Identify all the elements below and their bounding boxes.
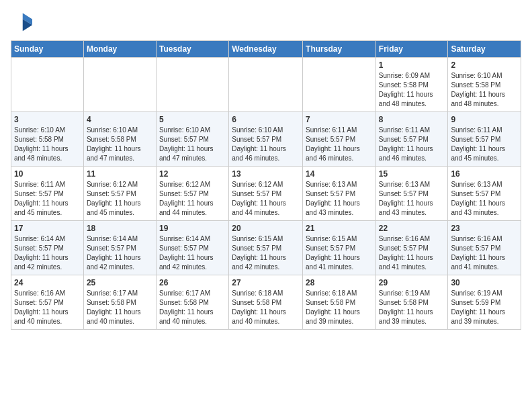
calendar-cell: 2Sunrise: 6:10 AM Sunset: 5:58 PM Daylig… [448,58,521,112]
day-info: Sunrise: 6:18 AM Sunset: 5:58 PM Dayligh… [232,289,300,326]
day-number: 22 [379,224,445,233]
calendar-header-cell: Tuesday [156,41,228,58]
calendar-cell: 27Sunrise: 6:18 AM Sunset: 5:58 PM Dayli… [229,275,303,330]
calendar-header-cell: Saturday [448,41,521,58]
day-number: 18 [87,224,153,233]
calendar-cell: 3Sunrise: 6:10 AM Sunset: 5:58 PM Daylig… [11,112,84,167]
calendar-cell: 10Sunrise: 6:11 AM Sunset: 5:57 PM Dayli… [11,167,84,221]
calendar-cell: 26Sunrise: 6:17 AM Sunset: 5:58 PM Dayli… [156,275,228,330]
logo [11,11,35,32]
day-number: 17 [14,224,81,233]
day-info: Sunrise: 6:10 AM Sunset: 5:58 PM Dayligh… [451,71,518,109]
calendar-cell: 12Sunrise: 6:12 AM Sunset: 5:57 PM Dayli… [156,167,228,221]
calendar-cell: 11Sunrise: 6:12 AM Sunset: 5:57 PM Dayli… [83,167,156,221]
calendar-cell: 22Sunrise: 6:16 AM Sunset: 5:57 PM Dayli… [375,221,448,275]
logo-icon [11,11,32,32]
calendar-cell: 5Sunrise: 6:10 AM Sunset: 5:57 PM Daylig… [156,112,228,167]
calendar-cell: 4Sunrise: 6:10 AM Sunset: 5:58 PM Daylig… [83,112,156,167]
calendar-cell: 24Sunrise: 6:16 AM Sunset: 5:57 PM Dayli… [11,275,84,330]
day-info: Sunrise: 6:10 AM Sunset: 5:57 PM Dayligh… [159,126,226,163]
calendar-header-cell: Thursday [303,41,376,58]
calendar-cell: 29Sunrise: 6:19 AM Sunset: 5:58 PM Dayli… [375,275,448,330]
calendar-cell: 8Sunrise: 6:11 AM Sunset: 5:57 PM Daylig… [375,112,448,167]
day-number: 5 [159,115,226,124]
day-info: Sunrise: 6:11 AM Sunset: 5:57 PM Dayligh… [451,126,518,163]
day-number: 13 [232,169,300,179]
day-number: 20 [232,224,300,233]
day-info: Sunrise: 6:09 AM Sunset: 5:58 PM Dayligh… [379,71,445,109]
day-info: Sunrise: 6:18 AM Sunset: 5:58 PM Dayligh… [306,289,373,326]
calendar-cell: 7Sunrise: 6:11 AM Sunset: 5:57 PM Daylig… [303,112,376,167]
calendar-cell: 15Sunrise: 6:13 AM Sunset: 5:57 PM Dayli… [375,167,448,221]
day-info: Sunrise: 6:10 AM Sunset: 5:58 PM Dayligh… [14,126,81,163]
calendar-cell [83,58,156,112]
calendar-body: 1Sunrise: 6:09 AM Sunset: 5:58 PM Daylig… [11,58,521,330]
day-number: 8 [379,115,445,124]
day-number: 28 [306,278,373,287]
day-number: 12 [159,169,226,179]
day-info: Sunrise: 6:11 AM Sunset: 5:57 PM Dayligh… [379,126,445,163]
day-info: Sunrise: 6:13 AM Sunset: 5:57 PM Dayligh… [306,180,373,218]
day-number: 4 [87,115,153,124]
calendar-cell: 1Sunrise: 6:09 AM Sunset: 5:58 PM Daylig… [375,58,448,112]
day-info: Sunrise: 6:14 AM Sunset: 5:57 PM Dayligh… [159,234,226,272]
day-number: 23 [451,224,518,233]
day-number: 24 [14,278,81,287]
calendar-cell: 28Sunrise: 6:18 AM Sunset: 5:58 PM Dayli… [303,275,376,330]
calendar-cell: 14Sunrise: 6:13 AM Sunset: 5:57 PM Dayli… [303,167,376,221]
calendar-cell [11,58,84,112]
calendar: SundayMondayTuesdayWednesdayThursdayFrid… [11,40,521,330]
day-info: Sunrise: 6:16 AM Sunset: 5:57 PM Dayligh… [14,289,81,326]
calendar-row: 24Sunrise: 6:16 AM Sunset: 5:57 PM Dayli… [11,275,521,330]
calendar-cell: 19Sunrise: 6:14 AM Sunset: 5:57 PM Dayli… [156,221,228,275]
calendar-cell: 20Sunrise: 6:15 AM Sunset: 5:57 PM Dayli… [229,221,303,275]
day-info: Sunrise: 6:19 AM Sunset: 5:59 PM Dayligh… [451,289,518,326]
day-info: Sunrise: 6:11 AM Sunset: 5:57 PM Dayligh… [14,180,81,218]
day-number: 15 [379,169,445,179]
day-info: Sunrise: 6:11 AM Sunset: 5:57 PM Dayligh… [306,126,373,163]
day-info: Sunrise: 6:16 AM Sunset: 5:57 PM Dayligh… [451,234,518,272]
day-number: 10 [14,169,81,179]
calendar-row: 1Sunrise: 6:09 AM Sunset: 5:58 PM Daylig… [11,58,521,112]
calendar-row: 3Sunrise: 6:10 AM Sunset: 5:58 PM Daylig… [11,112,521,167]
calendar-cell: 6Sunrise: 6:10 AM Sunset: 5:57 PM Daylig… [229,112,303,167]
day-number: 9 [451,115,518,124]
day-info: Sunrise: 6:12 AM Sunset: 5:57 PM Dayligh… [232,180,300,218]
day-number: 14 [306,169,373,179]
day-info: Sunrise: 6:10 AM Sunset: 5:57 PM Dayligh… [232,126,300,163]
day-number: 3 [14,115,81,124]
day-info: Sunrise: 6:14 AM Sunset: 5:57 PM Dayligh… [14,234,81,272]
calendar-cell: 9Sunrise: 6:11 AM Sunset: 5:57 PM Daylig… [448,112,521,167]
day-number: 7 [306,115,373,124]
day-number: 27 [232,278,300,287]
calendar-cell: 18Sunrise: 6:14 AM Sunset: 5:57 PM Dayli… [83,221,156,275]
header [11,11,521,32]
calendar-row: 17Sunrise: 6:14 AM Sunset: 5:57 PM Dayli… [11,221,521,275]
calendar-cell: 16Sunrise: 6:13 AM Sunset: 5:57 PM Dayli… [448,167,521,221]
day-number: 26 [159,278,226,287]
day-info: Sunrise: 6:15 AM Sunset: 5:57 PM Dayligh… [306,234,373,272]
calendar-cell: 23Sunrise: 6:16 AM Sunset: 5:57 PM Dayli… [448,221,521,275]
day-info: Sunrise: 6:17 AM Sunset: 5:58 PM Dayligh… [159,289,226,326]
day-number: 11 [87,169,153,179]
day-number: 6 [232,115,300,124]
calendar-cell: 25Sunrise: 6:17 AM Sunset: 5:58 PM Dayli… [83,275,156,330]
calendar-cell: 17Sunrise: 6:14 AM Sunset: 5:57 PM Dayli… [11,221,84,275]
day-info: Sunrise: 6:17 AM Sunset: 5:58 PM Dayligh… [87,289,153,326]
day-number: 1 [379,60,445,70]
day-info: Sunrise: 6:13 AM Sunset: 5:57 PM Dayligh… [451,180,518,218]
calendar-cell: 13Sunrise: 6:12 AM Sunset: 5:57 PM Dayli… [229,167,303,221]
calendar-header-cell: Friday [375,41,448,58]
calendar-header-cell: Wednesday [229,41,303,58]
day-number: 30 [451,278,518,287]
calendar-header-cell: Monday [83,41,156,58]
day-number: 21 [306,224,373,233]
day-info: Sunrise: 6:15 AM Sunset: 5:57 PM Dayligh… [232,234,300,272]
day-number: 29 [379,278,445,287]
calendar-header-row: SundayMondayTuesdayWednesdayThursdayFrid… [11,41,521,58]
calendar-cell [303,58,376,112]
calendar-header-cell: Sunday [11,41,84,58]
day-number: 16 [451,169,518,179]
day-info: Sunrise: 6:12 AM Sunset: 5:57 PM Dayligh… [87,180,153,218]
calendar-row: 10Sunrise: 6:11 AM Sunset: 5:57 PM Dayli… [11,167,521,221]
